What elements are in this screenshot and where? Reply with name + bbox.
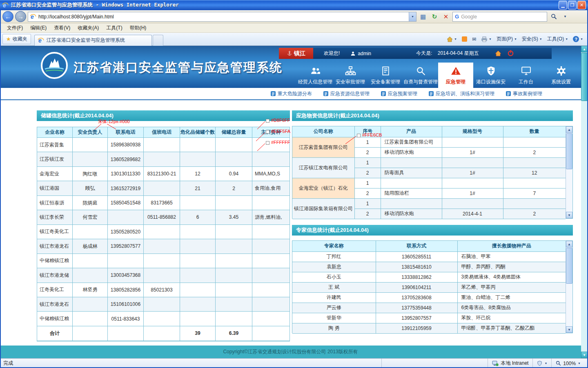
cell-goods: MMA,MO,S <box>252 166 290 181</box>
menu-item[interactable]: 文件(F) <box>3 23 27 33</box>
theme-button[interactable] <box>495 50 501 56</box>
subnav-item[interactable]: 重大危险源分布 <box>271 90 312 97</box>
scroll-down-icon[interactable]: ▼ <box>581 352 588 358</box>
cell-company: 镇江市港龙石 <box>37 297 73 311</box>
experts-table-container: 专家名称 联系方式 擅长救援物种产品 丁邦红 13605285511 石脑油、甲… <box>292 240 573 333</box>
cell-capacity <box>216 138 252 152</box>
url-dropdown-icon[interactable]: ▼ <box>409 12 416 21</box>
cell-company: 中储粮镇江粮 <box>37 254 73 268</box>
site-header: 江苏省港口安全监管与应急管理系统 镇江 欢迎您! admin 今天是: 2014… <box>0 46 581 88</box>
cell-capacity <box>216 254 252 268</box>
page-menu-button[interactable]: 页面(P)▼ <box>497 36 517 43</box>
search-box[interactable]: G Google <box>452 12 547 22</box>
scroll-thumb[interactable] <box>566 133 572 169</box>
scroll-down-icon[interactable]: ▼ <box>566 326 572 333</box>
safety-menu-button[interactable]: 安全(S)▼ <box>522 36 542 43</box>
new-tab-button[interactable] <box>153 35 163 46</box>
cell-serial: 1 <box>354 137 381 147</box>
protected-mode-indicator[interactable]: ▼ <box>532 359 551 368</box>
nav-system-settings[interactable]: 系统设置 <box>543 63 579 88</box>
favorites-button[interactable]: ★ 收藏夹 <box>2 34 31 44</box>
nav-operator-info[interactable]: 经营人信息管理 <box>298 63 333 88</box>
tank-panel: 储罐信息统计(截止2014.04.04) 企业名称 安全负责人 联系电话 值班电… <box>37 110 290 341</box>
url-box[interactable]: e http://localhost:8080/yjpt/Main.html ▼ <box>28 12 416 22</box>
cell-duty-phone: 0511-856882 <box>144 210 180 224</box>
stop-icon[interactable]: ✕ <box>441 12 451 22</box>
cell-tank-count <box>180 195 216 210</box>
cell-supply-company: 江苏索普集团有限公司 <box>292 137 354 157</box>
warning-icon <box>450 65 461 76</box>
search-input[interactable]: Google <box>461 14 477 20</box>
cell-safety-officer <box>73 152 108 166</box>
scroll-down-icon[interactable]: ▼ <box>566 212 572 218</box>
search-go-icon[interactable] <box>549 12 559 22</box>
rss-icon <box>462 36 467 42</box>
user-info-bar: 镇江 欢迎您! admin 今天是: 2014-04-04 星期五 <box>279 48 552 59</box>
subnav-item[interactable]: 事故案例管理 <box>506 90 542 97</box>
nav-safety-record[interactable]: 安全备案管理 <box>368 63 403 88</box>
cell-safety-officer: 顾弘 <box>73 181 108 195</box>
cell-expert-name: 许建民 <box>292 292 376 303</box>
home-button[interactable]: ▼ <box>447 36 457 42</box>
url-text[interactable]: http://localhost:8080/yjpt/Main.html <box>38 14 114 20</box>
subnav-item[interactable]: 应急培训、演练和演习管理 <box>429 90 494 97</box>
experts-panel-title: 专家信息统计(截止2014.04.04) <box>292 225 573 236</box>
search-options-icon[interactable]: ▼ <box>560 12 570 22</box>
menu-item[interactable]: 查看(V) <box>50 23 74 33</box>
scroll-up-icon[interactable]: ▲ <box>566 126 572 133</box>
cell-safety-officer: 陈炳庭 <box>73 195 108 210</box>
menu-item[interactable]: 收藏夹(A) <box>74 23 102 33</box>
scroll-up-icon[interactable]: ▲ <box>566 241 572 247</box>
scroll-thumb[interactable] <box>566 248 572 284</box>
col-company: 企业名称 <box>37 127 73 138</box>
help-button[interactable]: ?▼ <box>573 36 583 42</box>
maximize-button[interactable]: ❐ <box>568 1 577 9</box>
experts-scrollbar[interactable]: ▲ ▼ <box>566 241 572 333</box>
nav-safety-approval[interactable]: 安全审批管理 <box>333 63 368 88</box>
cell-duty-phone: 85021303 <box>144 283 180 297</box>
cell-goods <box>252 224 290 239</box>
compatibility-icon[interactable]: ▦ <box>418 12 428 22</box>
menu-item[interactable]: 帮助(H) <box>126 23 150 33</box>
print-button[interactable]: ▼ <box>481 36 492 42</box>
home-small-icon <box>495 50 501 56</box>
forward-button[interactable]: → <box>15 11 26 22</box>
close-button[interactable]: ✕ <box>577 1 586 9</box>
magnifier-icon <box>415 65 426 76</box>
cell-contact: 13705283608 <box>376 292 457 303</box>
experts-panel: 专家信息统计(截止2014.04.04) 专家名称 联系方式 擅长救援物种产品 <box>292 225 573 333</box>
scroll-thumb[interactable] <box>581 53 588 101</box>
cell-contact: 13338812862 <box>376 272 457 282</box>
list-icon <box>271 91 276 96</box>
tools-menu-button[interactable]: 工具(O)▼ <box>547 36 568 43</box>
cell-qty <box>503 157 566 168</box>
cell-capacity <box>216 268 252 283</box>
menu-item[interactable]: 编辑(E) <box>27 23 50 33</box>
nav-inspection[interactable]: 自查与督查管理 <box>403 63 438 88</box>
nav-emergency[interactable]: 应急管理 <box>438 63 473 88</box>
cell-duty-phone: 83173665 <box>144 195 180 210</box>
browser-tab[interactable]: e 江苏省港口安全监管与应急管理系统 <box>34 35 152 46</box>
nav-workbench[interactable]: 工作台 <box>508 63 543 88</box>
tank-table: 企业名称 安全负责人 联系电话 值班电话 危化品储罐个数 储罐总容量 主要货种 … <box>37 127 290 341</box>
minimize-button[interactable]: ▁ <box>559 1 567 9</box>
logout-button[interactable] <box>507 49 514 58</box>
refresh-icon[interactable]: ↻ <box>430 12 439 22</box>
cell-qty <box>503 137 566 147</box>
subnav-item[interactable]: 应急资源信息管理 <box>323 90 370 97</box>
page-footer: Copyright©江苏省交通规划设计院股份有限公司 2013版权所有 <box>0 346 581 358</box>
nav-port-security[interactable]: 港口设施保安 <box>473 63 508 88</box>
cell-capacity <box>216 239 252 254</box>
cell-duty-phone <box>144 297 180 311</box>
back-button[interactable]: ← <box>2 11 13 22</box>
subnav-item[interactable]: 应急预案管理 <box>381 90 417 97</box>
col-product: 产品 <box>381 126 442 137</box>
feeds-button[interactable] <box>462 36 467 42</box>
cell-capacity: 3.45 <box>216 210 252 224</box>
cell-tank-count <box>180 224 216 239</box>
zoom-control[interactable]: 100% ▼ <box>551 359 585 368</box>
supplies-scrollbar[interactable]: ▲ ▼ <box>566 126 572 218</box>
scroll-up-icon[interactable]: ▲ <box>581 46 588 52</box>
read-mail-button[interactable]: ✉ <box>472 36 476 42</box>
menu-item[interactable]: 工具(T) <box>102 23 126 33</box>
